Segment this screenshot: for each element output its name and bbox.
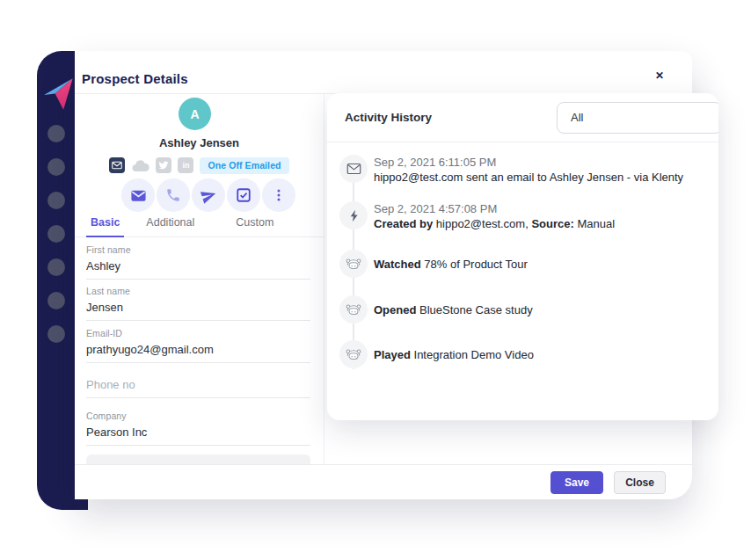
event-timestamp: Sep 2, 2021 4:57:08 PM: [374, 201, 615, 216]
linkedin-icon[interactable]: in: [178, 157, 193, 173]
more-options-button[interactable]: [262, 178, 295, 212]
close-button[interactable]: Close: [614, 471, 666, 494]
event-timestamp: Sep 2, 2021 6:11:05 PM: [374, 155, 683, 170]
send-sequence-button[interactable]: [192, 178, 225, 212]
field-email: Email-ID: [86, 328, 310, 363]
field-last-name: Last name: [86, 286, 310, 321]
activity-event: Sep 2, 2021 4:57:08 PM Created by hippo2…: [339, 201, 615, 231]
activity-event: Played Integration Demo Video: [339, 340, 534, 368]
action-button-row: [121, 178, 295, 212]
call-button[interactable]: [157, 178, 190, 212]
modal-footer: Save Close: [75, 464, 692, 499]
channel-status-row: in One Off Emailed: [75, 156, 324, 174]
sidebar-nav-dot[interactable]: [47, 292, 65, 309]
hippo-icon: [339, 340, 368, 368]
page-background: Prospect Details ✕ A Ashley Jensen in On…: [0, 0, 751, 560]
activity-event: Sep 2, 2021 6:11:05 PM hippo2@test.com s…: [339, 155, 683, 185]
sidebar-nav-dot[interactable]: [47, 225, 65, 243]
sidebar-nav-dot[interactable]: [47, 125, 65, 142]
detail-tabs: Basic Additional Custom: [75, 215, 324, 237]
activity-filter-dropdown[interactable]: All: [557, 102, 718, 134]
company-input[interactable]: [86, 425, 310, 446]
activity-event: Watched 78% of Product Tour: [339, 250, 528, 278]
email-channel-icon[interactable]: [109, 157, 125, 173]
cloud-icon[interactable]: [131, 159, 149, 172]
email-field[interactable]: [86, 343, 310, 363]
first-name-input[interactable]: [86, 259, 310, 280]
sidebar-nav-dot[interactable]: [47, 158, 65, 176]
last-name-input[interactable]: [86, 301, 310, 321]
tab-custom[interactable]: Custom: [231, 215, 278, 236]
app-logo-icon: [42, 76, 79, 113]
sidebar-nav-dot[interactable]: [47, 325, 65, 343]
field-label: Email-ID: [86, 328, 310, 338]
activity-title: Activity History: [345, 111, 432, 124]
field-label: First name: [86, 244, 310, 255]
event-text: Played Integration Demo Video: [374, 347, 534, 362]
event-text: Watched 78% of Product Tour: [374, 257, 528, 272]
event-text: Created by hippo2@test.com, Source: Manu…: [374, 216, 615, 231]
hippo-icon: [339, 250, 368, 278]
hippo-icon: [339, 295, 368, 324]
tab-basic[interactable]: Basic: [86, 215, 124, 237]
save-button[interactable]: Save: [550, 471, 603, 494]
page-title: Prospect Details: [82, 71, 188, 86]
tab-additional[interactable]: Additional: [142, 215, 199, 236]
twitter-icon[interactable]: [156, 157, 171, 173]
field-phone: [86, 378, 310, 398]
send-email-button[interactable]: [121, 178, 155, 212]
prospect-name: Ashley Jensen: [75, 136, 324, 149]
task-checkbox-button[interactable]: [227, 178, 260, 212]
field-label: Last name: [86, 286, 310, 296]
sidebar-nav-dot[interactable]: [47, 192, 65, 209]
activity-history-panel: Activity History All Sep 2, 2021 6:11:05…: [327, 93, 718, 420]
modal-header: Prospect Details: [75, 51, 692, 94]
event-text: Opened BlueStone Case study: [374, 302, 533, 317]
phone-input[interactable]: [86, 378, 310, 398]
status-badge: One Off Emailed: [200, 157, 288, 174]
lightning-icon: [339, 201, 368, 229]
activity-event: Opened BlueStone Case study: [339, 295, 533, 324]
close-icon[interactable]: ✕: [655, 70, 664, 81]
avatar: A: [179, 98, 211, 130]
panel-divider: [324, 94, 324, 464]
hidden-action-button[interactable]: [86, 455, 310, 464]
field-company: Company: [86, 411, 310, 446]
sidebar-nav-dot[interactable]: [47, 258, 65, 276]
field-label: Company: [86, 411, 310, 421]
event-text: hippo2@test.com sent an email to Ashley …: [374, 170, 683, 185]
field-first-name: First name: [86, 244, 310, 280]
envelope-icon: [339, 155, 368, 183]
